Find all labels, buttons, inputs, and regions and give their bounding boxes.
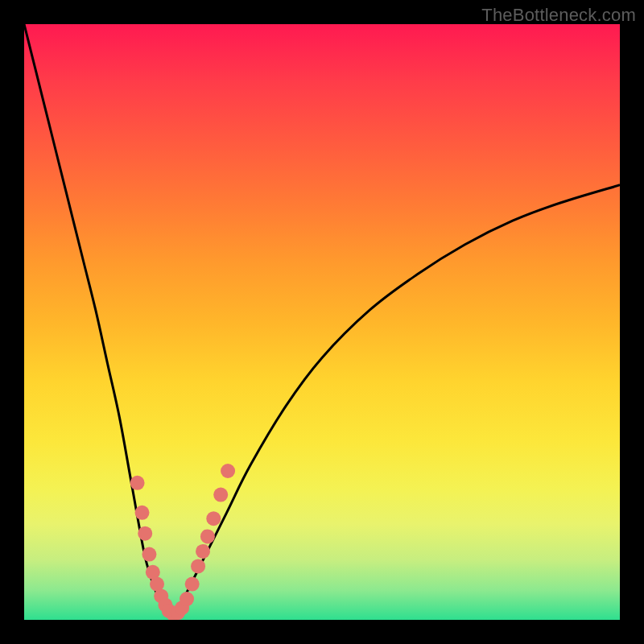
- chart-frame: TheBottleneck.com: [0, 0, 644, 644]
- plot-area: [24, 24, 620, 620]
- chart-svg: [24, 24, 620, 620]
- data-marker: [221, 464, 235, 478]
- data-marker: [180, 592, 194, 606]
- curve-markers: [130, 464, 235, 620]
- data-marker: [130, 476, 145, 490]
- watermark-text: TheBottleneck.com: [481, 5, 636, 26]
- curve-right-branch: [173, 185, 620, 620]
- data-marker: [142, 547, 156, 562]
- data-marker: [206, 511, 221, 526]
- data-marker: [138, 526, 152, 541]
- data-marker: [191, 559, 205, 573]
- data-marker: [185, 577, 200, 592]
- data-marker: [196, 544, 210, 559]
- data-marker: [135, 506, 150, 520]
- data-marker: [200, 529, 215, 543]
- data-marker: [213, 488, 228, 502]
